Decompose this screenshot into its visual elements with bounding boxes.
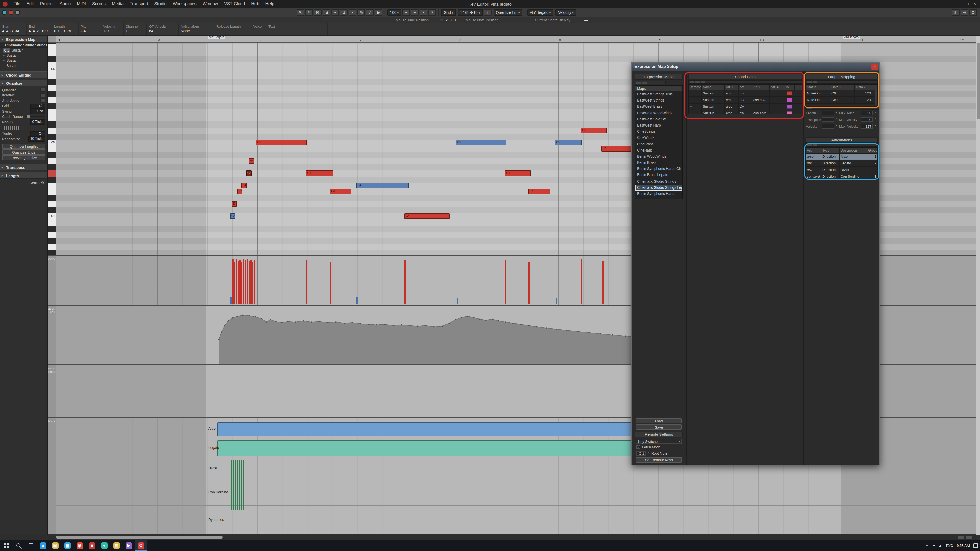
data1-cell[interactable]: C0 bbox=[830, 90, 855, 97]
field-value[interactable]: 0. 0. 0. 75 bbox=[54, 29, 76, 33]
column-header[interactable]: Art. bbox=[806, 148, 821, 153]
folder-icon[interactable]: ▨ bbox=[110, 540, 123, 551]
column-header[interactable]: Col. bbox=[783, 85, 795, 90]
velocity-bar[interactable] bbox=[330, 262, 331, 304]
quantize-ends-button[interactable]: Quantize Ends bbox=[2, 149, 45, 154]
divisi-event-line[interactable] bbox=[251, 460, 252, 510]
task-view-icon[interactable] bbox=[24, 540, 37, 551]
column-header[interactable]: Type bbox=[821, 148, 840, 153]
red-app-icon[interactable]: ■ bbox=[86, 540, 98, 551]
articulation-cell[interactable] bbox=[770, 97, 783, 103]
midi-note[interactable]: F4 bbox=[356, 183, 409, 188]
midi-note[interactable]: E4 bbox=[330, 189, 351, 194]
articulation-cell[interactable] bbox=[752, 90, 770, 97]
divisi-event-line[interactable] bbox=[239, 460, 240, 510]
articulation-table-row[interactable]: div.DirectionDivisi2 bbox=[806, 167, 877, 173]
expression-map-section-header[interactable]: Expression Map bbox=[0, 36, 48, 42]
expression-map-list-item[interactable]: Berlin Symphonic Harps Gliss bbox=[635, 166, 682, 172]
midi-note[interactable]: E4 bbox=[528, 189, 550, 194]
articulation-cell[interactable]: div. bbox=[738, 103, 752, 110]
velocity-bar[interactable] bbox=[457, 299, 458, 304]
description-cell[interactable]: Divisi bbox=[840, 167, 867, 173]
midi-note[interactable]: G4 bbox=[306, 170, 333, 176]
quantize-mode-button[interactable]: Quantize Lin bbox=[493, 9, 522, 16]
field-value[interactable]: 4. 4. 3. 109 bbox=[29, 29, 49, 33]
velocity-bar[interactable] bbox=[238, 261, 239, 304]
vertical-scrollbar[interactable] bbox=[976, 36, 980, 535]
articulation-cell[interactable]: arco bbox=[725, 97, 738, 103]
velocity-bar[interactable] bbox=[356, 297, 358, 304]
sound-slot-row[interactable]: ┄Sustainarcodiv. bbox=[689, 103, 802, 110]
cubase-icon[interactable]: C bbox=[135, 540, 147, 551]
articulation-cell[interactable]: div. bbox=[738, 110, 752, 114]
expression-map-list-item[interactable]: EastWest Harp bbox=[635, 122, 682, 129]
velocity-bar[interactable] bbox=[250, 259, 251, 304]
velocity-bar[interactable] bbox=[254, 260, 255, 304]
part-name-flag[interactable]: vln1 legato bbox=[843, 36, 859, 39]
start-button[interactable] bbox=[0, 540, 12, 551]
onedrive-icon[interactable]: ☁ bbox=[932, 543, 935, 548]
freeze-quantize-button[interactable]: Freeze Quantize bbox=[2, 155, 45, 160]
velocity-bar[interactable] bbox=[243, 259, 244, 304]
expression-map-name[interactable]: Cinematic Studio Strings bbox=[0, 42, 48, 48]
expression-map-list-item[interactable]: CineStrings bbox=[635, 129, 682, 135]
acoustic-feedback-button[interactable] bbox=[2, 10, 6, 14]
draw-tool[interactable]: ✎ bbox=[305, 9, 313, 16]
output-mapping-row[interactable]: Note-OnC0120 bbox=[806, 90, 877, 97]
column-header[interactable]: Name bbox=[702, 85, 725, 90]
divisi-event-line[interactable] bbox=[233, 460, 234, 510]
quantize-section-header[interactable]: Quantize bbox=[0, 79, 48, 86]
menu-hub[interactable]: Hub bbox=[248, 0, 262, 8]
row-value[interactable]: 10 Ticks bbox=[28, 136, 45, 141]
max-pitch-field[interactable]: G8 bbox=[861, 111, 873, 115]
data2-cell[interactable] bbox=[855, 103, 872, 105]
nudge-icon-2[interactable]: ▲ bbox=[420, 9, 427, 16]
edge-icon[interactable]: e bbox=[37, 540, 49, 551]
transpose-field[interactable] bbox=[822, 118, 834, 122]
search-icon[interactable] bbox=[12, 540, 24, 551]
part-selector-dropdown[interactable]: vln1 legato bbox=[528, 9, 554, 16]
slot-color-swatch[interactable] bbox=[786, 105, 792, 109]
color-cell[interactable] bbox=[783, 90, 795, 97]
expression-map-list-item[interactable]: EastWest Brass bbox=[635, 104, 682, 110]
menu-midi[interactable]: MIDI bbox=[74, 0, 89, 8]
articulations-table[interactable]: Art.TypeDescriptionGroup arcoDirectionAr… bbox=[805, 148, 878, 179]
description-cell[interactable]: Arco bbox=[840, 154, 867, 160]
menu-transport[interactable]: Transport bbox=[127, 0, 151, 8]
articulation-table-row[interactable]: con sord.DirectionCon Sordino3 bbox=[806, 173, 877, 179]
solo-editor-button[interactable] bbox=[15, 10, 20, 14]
row-value[interactable]: 1/8 bbox=[30, 103, 45, 109]
maps-panel-toolbar[interactable] bbox=[635, 81, 666, 84]
velocity-bar[interactable] bbox=[232, 259, 234, 304]
trim-tool[interactable]: ◢ bbox=[323, 9, 330, 16]
window-layout-icon-1[interactable]: ▤ bbox=[961, 9, 968, 16]
sound-slot-row[interactable]: ┄Sustainarcounicon sord. bbox=[689, 97, 802, 103]
max-velocity-field[interactable]: 127 bbox=[861, 124, 873, 129]
menu-audio[interactable]: Audio bbox=[57, 0, 74, 8]
hidden-icons-chevron[interactable]: ∧ bbox=[926, 543, 928, 548]
divisi-event-line[interactable] bbox=[248, 460, 248, 510]
velocity-bar[interactable] bbox=[306, 259, 307, 304]
expression-map-list-item[interactable]: Berlin Brass Legato bbox=[635, 172, 682, 178]
menu-project[interactable]: Project bbox=[37, 0, 57, 8]
action-center-icon[interactable] bbox=[974, 543, 978, 548]
velocity-bar[interactable] bbox=[248, 262, 250, 304]
clock[interactable]: 9:58 AM bbox=[957, 544, 970, 547]
slot-color-swatch[interactable] bbox=[786, 98, 792, 102]
horizontal-scrollbar[interactable] bbox=[0, 535, 976, 540]
art-cell[interactable]: uni bbox=[806, 160, 821, 166]
velocity-bar[interactable] bbox=[602, 261, 604, 304]
chord-editing-section-header[interactable]: Chord Editing bbox=[0, 71, 48, 78]
group-cell[interactable]: 3 bbox=[867, 173, 877, 179]
object-select-tool[interactable]: ↖ bbox=[297, 9, 304, 16]
line-tool[interactable]: ╱ bbox=[366, 9, 374, 16]
remote-cell[interactable]: ┄ bbox=[689, 97, 702, 103]
art-cell[interactable]: con sord. bbox=[806, 173, 821, 179]
menu-scores[interactable]: Scores bbox=[89, 0, 109, 8]
nudge-icon-3[interactable]: ▼ bbox=[428, 9, 436, 16]
midi-note[interactable]: D4 bbox=[232, 201, 237, 206]
expression-map-list-item[interactable]: Berlin Brass bbox=[635, 160, 682, 166]
type-cell[interactable]: Direction bbox=[821, 160, 840, 166]
transpose-section-header[interactable]: Transpose bbox=[0, 164, 48, 170]
midi-note[interactable]: D5 bbox=[581, 127, 607, 133]
